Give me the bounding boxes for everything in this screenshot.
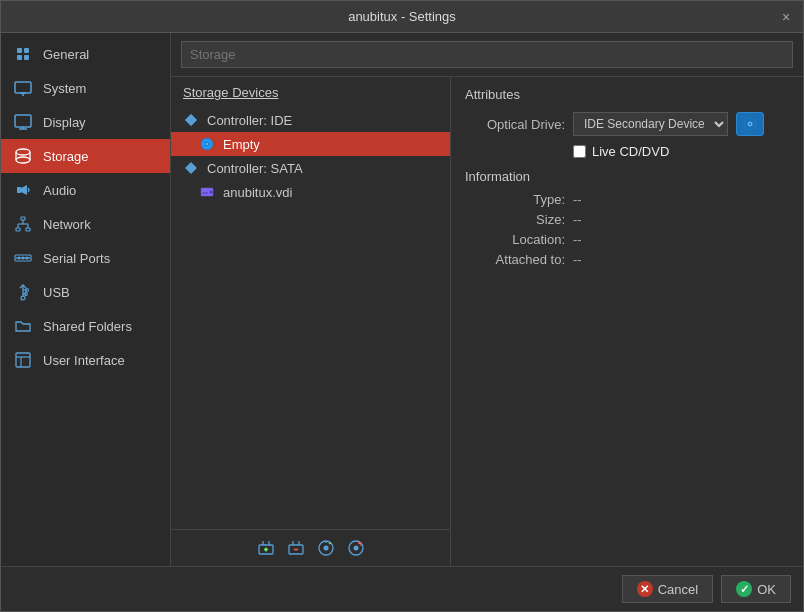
svg-rect-0	[17, 48, 22, 53]
search-input[interactable]	[181, 41, 793, 68]
svg-line-56	[329, 543, 331, 545]
hdd-icon	[199, 184, 215, 200]
sidebar-item-storage[interactable]: Storage	[1, 139, 170, 173]
ok-label: OK	[757, 582, 776, 597]
attributes-title: Attributes	[465, 87, 789, 102]
storage-panel: Storage Devices Controller: IDE	[171, 77, 451, 566]
location-value: --	[573, 232, 582, 247]
svg-rect-1	[24, 48, 29, 53]
sidebar-label-shared-folders: Shared Folders	[43, 319, 132, 334]
svg-rect-7	[15, 115, 31, 127]
sata-controller-icon	[183, 160, 199, 176]
type-row: Type: --	[465, 192, 789, 207]
main-content: General System	[1, 33, 803, 566]
folder-icon	[13, 316, 33, 336]
optical-drive-button[interactable]	[736, 112, 764, 136]
live-cd-row: Live CD/DVD	[573, 144, 789, 159]
svg-rect-4	[15, 82, 31, 93]
svg-marker-35	[185, 114, 197, 126]
cancel-label: Cancel	[658, 582, 698, 597]
svg-rect-32	[16, 353, 30, 367]
storage-icon	[13, 146, 33, 166]
controller-sata-label: Controller: SATA	[207, 161, 303, 176]
attributes-panel: Attributes Optical Drive: IDE Secondary …	[451, 77, 803, 566]
main-panel: Storage Devices Controller: IDE	[171, 33, 803, 566]
sidebar: General System	[1, 33, 171, 566]
cancel-button[interactable]: ✕ Cancel	[622, 575, 713, 603]
display-icon	[13, 112, 33, 132]
add-attachment-button[interactable]	[314, 536, 338, 560]
sidebar-label-system: System	[43, 81, 86, 96]
sidebar-label-serial-ports: Serial Ports	[43, 251, 110, 266]
sidebar-item-network[interactable]: Network	[1, 207, 170, 241]
ui-icon	[13, 350, 33, 370]
sidebar-item-serial-ports[interactable]: Serial Ports	[1, 241, 170, 275]
gear-icon	[13, 44, 33, 64]
sidebar-item-display[interactable]: Display	[1, 105, 170, 139]
search-bar	[171, 33, 803, 77]
live-cd-label[interactable]: Live CD/DVD	[592, 144, 669, 159]
ok-button[interactable]: ✓ OK	[721, 575, 791, 603]
sidebar-label-storage: Storage	[43, 149, 89, 164]
sidebar-item-shared-folders[interactable]: Shared Folders	[1, 309, 170, 343]
svg-rect-17	[26, 228, 30, 231]
close-button[interactable]: ×	[777, 8, 795, 26]
storage-toolbar	[171, 529, 450, 566]
window-title: anubitux - Settings	[348, 9, 456, 24]
svg-rect-15	[21, 217, 25, 220]
svg-point-58	[353, 546, 358, 551]
panels: Storage Devices Controller: IDE	[171, 77, 803, 566]
device-empty[interactable]: Empty	[171, 132, 450, 156]
remove-controller-button[interactable]	[284, 536, 308, 560]
location-row: Location: --	[465, 232, 789, 247]
device-vdi-label: anubitux.vdi	[223, 185, 292, 200]
live-cd-checkbox[interactable]	[573, 145, 586, 158]
svg-rect-2	[17, 55, 22, 60]
svg-point-42	[210, 191, 213, 194]
ide-controller-icon	[183, 112, 199, 128]
optical-disc-icon	[199, 136, 215, 152]
svg-point-54	[323, 546, 328, 551]
controller-ide[interactable]: Controller: IDE	[171, 108, 450, 132]
type-value: --	[573, 192, 582, 207]
optical-drive-label: Optical Drive:	[465, 117, 565, 132]
sidebar-item-system[interactable]: System	[1, 71, 170, 105]
optical-drive-select[interactable]: IDE Secondary Device	[573, 112, 728, 136]
svg-point-13	[16, 157, 30, 163]
controller-ide-label: Controller: IDE	[207, 113, 292, 128]
cancel-icon: ✕	[637, 581, 653, 597]
size-row: Size: --	[465, 212, 789, 227]
ok-icon: ✓	[736, 581, 752, 597]
usb-icon	[13, 282, 33, 302]
sidebar-label-general: General	[43, 47, 89, 62]
svg-point-64	[749, 123, 751, 125]
network-icon	[13, 214, 33, 234]
svg-point-10	[16, 149, 30, 155]
sidebar-item-user-interface[interactable]: User Interface	[1, 343, 170, 377]
device-vdi[interactable]: anubitux.vdi	[171, 180, 450, 204]
attached-row: Attached to: --	[465, 252, 789, 267]
svg-point-24	[26, 257, 29, 260]
svg-marker-40	[185, 162, 197, 174]
size-value: --	[573, 212, 582, 227]
storage-panel-header: Storage Devices	[171, 77, 450, 104]
device-empty-label: Empty	[223, 137, 260, 152]
size-label: Size:	[465, 212, 565, 227]
sidebar-item-usb[interactable]: USB	[1, 275, 170, 309]
sidebar-item-general[interactable]: General	[1, 37, 170, 71]
sidebar-label-usb: USB	[43, 285, 70, 300]
type-label: Type:	[465, 192, 565, 207]
attached-label: Attached to:	[465, 252, 565, 267]
remove-attachment-button[interactable]	[344, 536, 368, 560]
svg-point-39	[206, 143, 208, 145]
attached-value: --	[573, 252, 582, 267]
add-controller-button[interactable]	[254, 536, 278, 560]
titlebar: anubitux - Settings ×	[1, 1, 803, 33]
bottom-bar: ✕ Cancel ✓ OK	[1, 566, 803, 611]
svg-point-22	[18, 257, 21, 260]
sidebar-label-audio: Audio	[43, 183, 76, 198]
controller-sata[interactable]: Controller: SATA	[171, 156, 450, 180]
svg-rect-3	[24, 55, 29, 60]
sidebar-item-audio[interactable]: Audio	[1, 173, 170, 207]
optical-drive-row: Optical Drive: IDE Secondary Device	[465, 112, 789, 136]
